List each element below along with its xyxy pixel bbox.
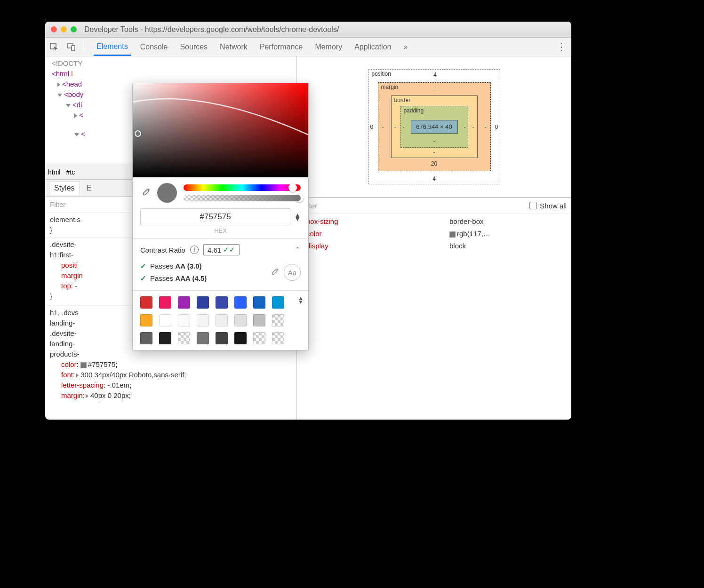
minimize-icon[interactable] (61, 26, 67, 32)
close-icon[interactable] (51, 26, 57, 32)
palette-swatch[interactable] (234, 314, 247, 326)
contrast-label: Contrast Ratio (140, 246, 185, 254)
slider-thumb-icon[interactable] (295, 194, 304, 202)
computed-list[interactable]: box-sizingborder-box colorrgb(117,… disp… (297, 214, 571, 254)
devtools-window: Developer Tools - https://developers.goo… (45, 22, 571, 420)
bg-eyedropper-icon[interactable] (270, 268, 279, 277)
format-toggle-icon[interactable]: ▲▼ (294, 213, 301, 221)
contrast-value: 4.61 ✓✓ (203, 244, 240, 255)
palette-more-icon[interactable]: ▲▼ (298, 296, 304, 304)
alpha-slider[interactable] (184, 195, 301, 201)
styles-filter[interactable]: Filter (50, 200, 65, 208)
tab-console[interactable]: Console (137, 39, 171, 55)
palette-swatch[interactable] (216, 314, 228, 326)
info-icon[interactable]: i (190, 246, 199, 254)
palette-swatch[interactable] (253, 296, 265, 309)
inspect-icon[interactable] (49, 42, 59, 52)
palette-swatch[interactable] (234, 332, 247, 344)
palette-swatch[interactable] (140, 314, 152, 326)
eyedropper-icon[interactable] (140, 188, 151, 198)
titlebar: Developer Tools - https://developers.goo… (45, 22, 571, 38)
palette-swatch[interactable] (178, 314, 190, 326)
color-field[interactable] (133, 83, 308, 177)
subtab-partial[interactable]: E (87, 184, 92, 192)
tab-application[interactable]: Application (352, 39, 394, 55)
chevron-up-icon[interactable]: ⌃ (295, 246, 301, 254)
color-picker: ▲▼ HEX Contrast Ratio i 4.61 ✓✓ ⌃ ✓Passe… (132, 83, 309, 350)
current-color-swatch (157, 183, 177, 203)
palette-swatch[interactable] (159, 332, 171, 344)
show-all-checkbox[interactable]: Show all (529, 202, 567, 210)
kebab-menu-icon[interactable]: ⋮ (556, 41, 568, 53)
traffic-lights (51, 26, 77, 32)
crumb[interactable]: html (48, 168, 60, 176)
tab-network[interactable]: Network (217, 39, 250, 55)
palette-swatch[interactable] (178, 332, 190, 344)
subtab-styles[interactable]: Styles (49, 182, 80, 195)
color-swatch-icon[interactable] (80, 362, 87, 368)
palette-swatch[interactable] (253, 332, 265, 344)
palette-swatch[interactable] (197, 332, 209, 344)
palette-swatch[interactable] (178, 296, 190, 309)
palette-swatch[interactable] (197, 314, 209, 326)
tab-sources[interactable]: Sources (177, 39, 210, 55)
palette-swatch[interactable] (140, 332, 152, 344)
svg-rect-2 (72, 46, 75, 51)
hue-slider[interactable] (184, 184, 301, 191)
box-model[interactable]: position -4 4 margin - 20 - - border - (297, 56, 571, 197)
palette-swatch[interactable] (234, 296, 247, 309)
palette-swatch[interactable] (216, 296, 228, 309)
palette-swatch[interactable] (216, 332, 228, 344)
color-cursor-icon[interactable] (135, 130, 141, 137)
tab-overflow[interactable]: » (400, 39, 410, 55)
palette-swatch[interactable] (272, 332, 284, 344)
hex-label: HEX (133, 227, 308, 234)
palette-swatch[interactable] (272, 314, 284, 326)
crumb[interactable]: #tc (66, 168, 75, 176)
palette-swatch[interactable] (197, 296, 209, 309)
palette-swatch[interactable] (159, 296, 171, 309)
tab-memory[interactable]: Memory (312, 39, 345, 55)
main-toolbar: Elements Console Sources Network Perform… (45, 38, 571, 56)
device-toggle-icon[interactable] (66, 42, 76, 52)
palette-swatch[interactable] (140, 296, 152, 309)
hex-input[interactable] (140, 208, 290, 225)
palette: ▲▼ (133, 290, 308, 350)
slider-thumb-icon[interactable] (288, 183, 297, 192)
zoom-icon[interactable] (71, 26, 77, 32)
palette-swatch[interactable] (272, 296, 284, 309)
palette-swatch[interactable] (159, 314, 171, 326)
tab-elements[interactable]: Elements (94, 39, 131, 56)
tab-performance[interactable]: Performance (257, 39, 306, 55)
window-title: Developer Tools - https://developers.goo… (84, 25, 339, 34)
text-sample-icon[interactable]: Aa (284, 264, 301, 281)
palette-swatch[interactable] (253, 314, 265, 326)
